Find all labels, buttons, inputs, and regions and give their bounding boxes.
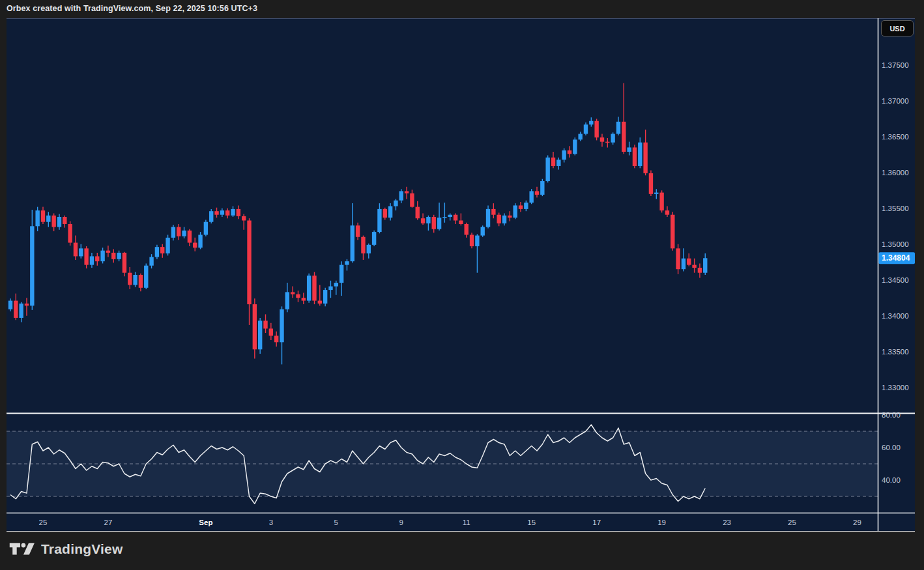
- candle-body: [117, 253, 121, 259]
- candle-body: [703, 258, 707, 272]
- candle-body: [30, 226, 34, 306]
- candle-body: [209, 211, 213, 221]
- candle-body: [90, 256, 94, 264]
- candle-body: [318, 301, 322, 304]
- candle-body: [14, 301, 18, 318]
- candle-body: [416, 207, 420, 219]
- price-axis-label: 1.33500: [882, 348, 909, 356]
- candle-body: [242, 216, 246, 221]
- candle-body: [339, 265, 343, 283]
- candle-body: [377, 209, 381, 232]
- time-axis-label: Sep: [199, 519, 212, 526]
- candle-body: [41, 210, 45, 222]
- candle-body: [442, 217, 446, 218]
- candle-body: [84, 248, 88, 264]
- candle-body: [111, 253, 115, 259]
- candle-body: [486, 209, 490, 227]
- candle-body: [470, 235, 474, 246]
- candle-body: [399, 191, 403, 200]
- candle-body: [584, 124, 588, 134]
- candle-body: [578, 134, 582, 140]
- candle-body: [551, 158, 555, 166]
- chart-canvas[interactable]: 1.375001.370001.365001.360001.355001.350…: [0, 0, 924, 570]
- candle-body: [214, 211, 218, 214]
- candle-body: [562, 150, 566, 160]
- candle-body: [182, 231, 186, 236]
- candle-body: [502, 216, 506, 223]
- candle-body: [633, 147, 637, 166]
- candle-body: [665, 210, 669, 215]
- candle-body: [535, 191, 539, 194]
- candle-body: [231, 209, 235, 216]
- candle-body: [258, 321, 262, 349]
- candle-body: [225, 210, 229, 216]
- candle-body: [171, 227, 175, 237]
- candle-body: [383, 209, 387, 218]
- candle-body: [611, 134, 614, 143]
- candle-body: [253, 304, 257, 349]
- candle-body: [475, 236, 479, 246]
- candle-body: [302, 298, 306, 300]
- time-axis-label: 27: [104, 519, 113, 526]
- candle-body: [51, 216, 55, 227]
- candle-body: [589, 121, 593, 124]
- candle-body: [659, 193, 663, 210]
- candle-body: [204, 222, 208, 235]
- time-axis-label: 29: [853, 519, 861, 526]
- candle-body: [638, 143, 642, 166]
- candle-body: [594, 121, 598, 137]
- price-axis-label: 1.36000: [882, 169, 909, 177]
- candle-body: [139, 275, 143, 288]
- candle-body: [166, 238, 169, 253]
- candle-body: [193, 243, 197, 248]
- candle-body: [682, 259, 686, 269]
- candle-body: [361, 237, 365, 253]
- candle-body: [328, 287, 332, 290]
- price-axis-label: 1.37000: [882, 97, 909, 105]
- candle-body: [128, 273, 132, 285]
- candle-body: [671, 215, 674, 249]
- candle-body: [432, 217, 436, 229]
- candle-body: [524, 203, 528, 209]
- candle-body: [79, 248, 83, 256]
- candle-body: [280, 309, 283, 343]
- rsi-axis-label: 60.00: [882, 444, 901, 451]
- candle-body: [600, 137, 604, 142]
- tradingview-logo[interactable]: TradingView: [9, 541, 123, 557]
- candle-body: [627, 147, 631, 152]
- candle-body: [296, 294, 300, 298]
- candle-body: [285, 292, 289, 309]
- time-axis-label: 25: [39, 519, 48, 526]
- candle-body: [74, 243, 78, 257]
- price-axis-label: 1.34500: [882, 276, 909, 284]
- currency-usd-button[interactable]: USD: [881, 20, 914, 36]
- chart-window: 1.375001.370001.365001.360001.355001.350…: [0, 0, 924, 570]
- candle-body: [25, 304, 29, 306]
- candle-body: [437, 218, 441, 229]
- candle-body: [8, 301, 12, 309]
- candle-body: [654, 193, 658, 194]
- candle-body: [95, 256, 99, 261]
- candle-body: [307, 276, 311, 300]
- candle-body: [220, 210, 224, 215]
- price-axis-label: 1.36500: [882, 133, 909, 141]
- candle-body: [643, 143, 647, 173]
- candle-body: [133, 275, 137, 285]
- candle-body: [692, 265, 696, 268]
- candle-body: [46, 216, 50, 222]
- chart-attribution: Orbex created with TradingView.com, Sep …: [7, 4, 257, 13]
- candle-body: [269, 328, 273, 335]
- rsi-axis-label: 80.00: [882, 411, 901, 419]
- candle-body: [35, 210, 39, 226]
- price-axis-label: 1.35500: [882, 205, 909, 212]
- tradingview-logo-icon: [9, 541, 35, 557]
- candle-body: [247, 220, 251, 304]
- tradingview-brand-text: TradingView: [41, 541, 123, 557]
- candle-body: [160, 247, 164, 253]
- time-axis-label: 15: [527, 519, 536, 526]
- candle-body: [421, 218, 425, 223]
- candle-body: [345, 261, 349, 264]
- candle-body: [356, 225, 360, 237]
- candle-body: [149, 257, 153, 266]
- candle-body: [155, 247, 159, 257]
